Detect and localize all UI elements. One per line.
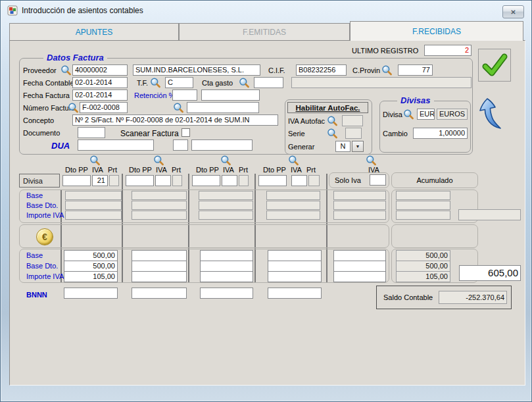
- numero-factura-extra-field[interactable]: [187, 102, 259, 113]
- autofac-panel: Habilitar AutoFac. IVA Autofac Serie Gen…: [285, 99, 372, 155]
- divisa-code-field[interactable]: EUR: [417, 109, 435, 120]
- search-icon[interactable]: [327, 128, 338, 139]
- divisa-dtopp-4[interactable]: [258, 175, 287, 186]
- proveedor-code-field[interactable]: 40000002: [72, 64, 128, 76]
- undo-arrow-icon: [478, 97, 508, 132]
- col-header-dtopp: Dto PP: [263, 166, 286, 174]
- ultimo-registro-field[interactable]: 2: [424, 45, 472, 56]
- basedto-div-1: [65, 201, 122, 210]
- divisa-prt-2: [172, 175, 182, 186]
- search-icon[interactable]: [239, 78, 250, 88]
- divisa-iva-4[interactable]: [291, 175, 307, 186]
- base-div-1: [65, 191, 122, 200]
- search-icon[interactable]: [150, 78, 161, 88]
- proveedor-name-field[interactable]: SUM.IND.BARCELONESES, S.L.: [133, 64, 260, 76]
- cambio-field[interactable]: 1,00000: [413, 128, 468, 139]
- euro-row-box: [19, 224, 389, 248]
- search-icon[interactable]: [60, 65, 72, 76]
- dua-label: DUA: [51, 141, 70, 151]
- generar-dropdown-button[interactable]: ▼: [352, 141, 364, 152]
- search-icon[interactable]: [173, 103, 184, 113]
- bnnn-field-4[interactable]: [268, 288, 322, 299]
- tab-femitidas[interactable]: F.EMITIDAS: [179, 23, 350, 40]
- accept-button[interactable]: [478, 49, 511, 82]
- basedto-div-2: [132, 201, 187, 210]
- basedto-eur-3[interactable]: [200, 261, 253, 272]
- euro-coin-icon: €: [36, 228, 53, 245]
- basedto-eur-1[interactable]: 500,00: [64, 261, 118, 272]
- numero-factura-field[interactable]: F-002-0008: [80, 102, 128, 113]
- impiva-eur-solo[interactable]: [333, 271, 386, 282]
- app-window: Introducción de asientos contables ✕ APU…: [0, 0, 532, 402]
- search-icon[interactable]: [381, 65, 393, 76]
- impiva-div-1: [65, 211, 122, 220]
- generar-select-value[interactable]: N: [335, 141, 351, 152]
- search-icon[interactable]: [153, 155, 164, 166]
- fecha-factura-field[interactable]: 02-01-2014: [72, 89, 128, 101]
- dua-field-3[interactable]: [191, 139, 253, 151]
- bnnn-field-1[interactable]: [64, 288, 118, 299]
- bnnn-field-2[interactable]: [132, 288, 187, 299]
- basedto-eur-4[interactable]: [268, 261, 322, 272]
- divisa-dtopp-3[interactable]: [192, 175, 220, 186]
- basedto-div-solo: [333, 201, 386, 210]
- basedto-eur-solo[interactable]: [333, 261, 386, 272]
- search-icon[interactable]: [220, 155, 231, 166]
- dua-field-2[interactable]: [173, 139, 188, 151]
- basedto-acum-field: 500,00: [396, 261, 450, 272]
- base-eur-solo[interactable]: [333, 250, 386, 261]
- acumulado-label: Acumulado: [416, 176, 452, 184]
- cif-field[interactable]: B08232256: [296, 64, 347, 76]
- undo-button[interactable]: [478, 97, 510, 133]
- tf-field[interactable]: C: [165, 77, 193, 88]
- divisa-iva-3[interactable]: [222, 175, 237, 186]
- search-icon[interactable]: [68, 103, 79, 113]
- search-icon[interactable]: [403, 109, 414, 120]
- datos-factura-group: Datos Factura Proveedor 40000002 SUM.IND…: [19, 58, 473, 155]
- solo-iva-field[interactable]: [370, 174, 386, 186]
- cta-gasto-field[interactable]: [254, 77, 283, 88]
- concepto-field[interactable]: Nº 2 S/Fact. Nº F-002-0008 de 02-01-2014…: [72, 114, 278, 126]
- scanear-factura-checkbox[interactable]: [181, 128, 190, 137]
- divisa-iva-2[interactable]: [155, 175, 171, 186]
- retencion-field[interactable]: [201, 89, 260, 101]
- divisa-dtopp-2[interactable]: [126, 175, 154, 186]
- euro-row-acum-box: [391, 224, 478, 248]
- close-button[interactable]: ✕: [502, 5, 524, 18]
- bnnn-field-3[interactable]: [200, 288, 253, 299]
- basedto-eur-2[interactable]: [132, 261, 187, 272]
- documento-field[interactable]: [78, 127, 105, 138]
- impiva-acum-field: 105,00: [396, 271, 450, 282]
- search-icon[interactable]: [89, 155, 101, 166]
- search-icon[interactable]: [288, 155, 299, 166]
- divisa-prt-3: [239, 175, 249, 186]
- impiva-eur-1[interactable]: 105,00: [64, 271, 118, 282]
- tab-frecibidas[interactable]: F.RECIBIDAS: [350, 21, 523, 41]
- tf-label: T.F.: [137, 79, 148, 87]
- tab-apuntes[interactable]: APUNTES: [9, 23, 179, 40]
- base-eur-1[interactable]: 500,00: [64, 250, 118, 261]
- divisa-iva-1[interactable]: 21: [92, 175, 108, 186]
- divisa-dtopp-1[interactable]: [62, 175, 91, 186]
- base-acum-field: 500,00: [396, 250, 450, 261]
- basedto-div-4: [266, 201, 320, 210]
- col-header-prt: Prt: [239, 166, 248, 174]
- impiva-eur-4[interactable]: [268, 271, 322, 282]
- saldo-contable-box: Saldo Contable -252.370,64: [376, 286, 512, 309]
- base-row-label: Base: [26, 191, 43, 199]
- retencion-pct-field[interactable]: [172, 89, 197, 101]
- divisa-prt-4: [308, 175, 320, 186]
- divisas-title: Divisas: [397, 95, 434, 105]
- base-eur-3[interactable]: [200, 250, 253, 261]
- search-icon[interactable]: [327, 116, 338, 126]
- base-dto-row-label: Base Dto.: [26, 201, 58, 209]
- impiva-eur-2[interactable]: [132, 271, 187, 282]
- fecha-contable-field[interactable]: 02-01-2014: [72, 77, 128, 88]
- search-icon[interactable]: [366, 155, 377, 166]
- impiva-eur-3[interactable]: [200, 271, 253, 282]
- cprovin-field[interactable]: 77: [398, 64, 433, 76]
- dua-field-1[interactable]: [78, 139, 154, 151]
- base-eur-4[interactable]: [268, 250, 322, 261]
- habilitar-autofac-button[interactable]: Habilitar AutoFac.: [287, 102, 368, 113]
- base-eur-2[interactable]: [132, 250, 187, 261]
